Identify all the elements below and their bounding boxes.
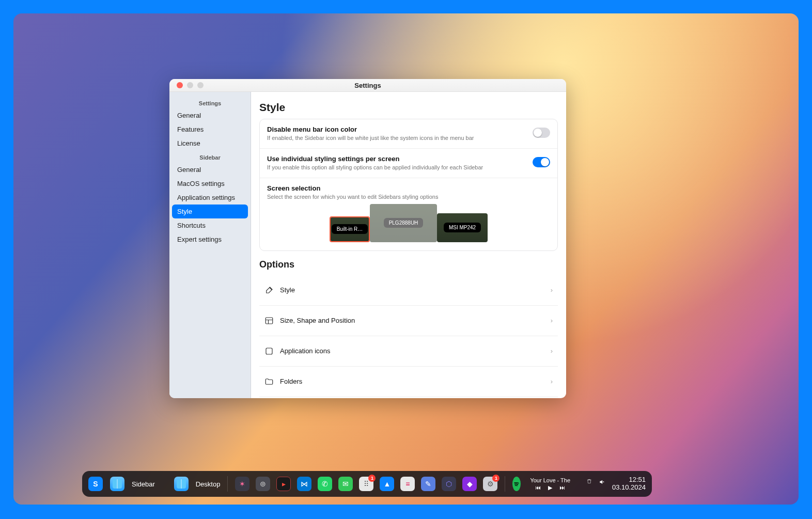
- sidebar-item-shortcuts[interactable]: Shortcuts: [172, 218, 248, 232]
- media-widget: Your Love - The ⏮ ▶ ⏭: [530, 477, 570, 491]
- spotify-icon[interactable]: [512, 477, 521, 491]
- finder-dock-icon[interactable]: [174, 477, 189, 491]
- screen-option-msi-mp242[interactable]: MSI MP242: [437, 213, 488, 242]
- dock-app-1[interactable]: ⊚: [256, 477, 270, 491]
- svg-rect-1: [266, 348, 272, 354]
- option-label: Size, Shape and Position: [280, 317, 355, 324]
- clock-widget[interactable]: 12:51 03.10.2024: [612, 476, 646, 492]
- option-label: Style: [280, 286, 295, 294]
- row-title: Screen selection: [267, 184, 550, 192]
- option-application-icons[interactable]: Application icons ›: [259, 336, 558, 366]
- option-additional-elements[interactable]: Additional elements ›: [259, 397, 558, 398]
- sidebar-section-header-settings: Settings: [172, 96, 248, 108]
- sidebar-item-application-settings[interactable]: Application settings: [172, 191, 248, 205]
- screen-selection-group: Built-in R… PLG2888UH MSI MP242: [267, 201, 550, 250]
- sidebar-item-general-sidebar[interactable]: General: [172, 163, 248, 177]
- folder-icon: [264, 377, 274, 386]
- clock-date: 03.10.2024: [612, 484, 646, 492]
- square-icon: [264, 347, 274, 356]
- row-disable-menu-bar-icon-color: Disable menu bar icon color If enabled, …: [260, 119, 557, 148]
- row-desc: Select the screen for which you want to …: [267, 193, 550, 201]
- chevron-right-icon: ›: [551, 317, 553, 324]
- screen-option-builtin[interactable]: Built-in R…: [330, 216, 370, 242]
- media-play-button[interactable]: ▶: [548, 484, 552, 491]
- dock-app-6[interactable]: ⠿1: [359, 477, 373, 491]
- active-window-label[interactable]: Sidebar: [132, 480, 155, 488]
- sidebar-item-expert-settings[interactable]: Expert settings: [172, 232, 248, 246]
- page-heading-options: Options: [259, 259, 558, 270]
- options-list: Style › Size, Shape and Position › Appli…: [259, 275, 558, 398]
- dock-app-10[interactable]: ⬡: [442, 477, 456, 491]
- layout-icon: [264, 316, 274, 325]
- dock-app-4[interactable]: ✆: [318, 477, 332, 491]
- desktop-wallpaper: Settings Settings General Features Licen…: [13, 13, 799, 505]
- dock-separator: [227, 476, 228, 492]
- finder-icon[interactable]: [110, 477, 124, 491]
- toggle-disable-menu-bar-icon-color[interactable]: [533, 128, 550, 138]
- row-desc: If enabled, the Sidebar icon will be whi…: [267, 134, 526, 142]
- screen-label: PLG2888UH: [384, 218, 424, 228]
- dock-app-8[interactable]: ≡: [400, 477, 415, 491]
- option-style[interactable]: Style ›: [259, 275, 558, 305]
- content-area: Style Disable menu bar icon color If ena…: [251, 92, 566, 398]
- row-screen-selection: Screen selection Select the screen for w…: [260, 178, 557, 250]
- toggle-individual-styling-per-screen[interactable]: [533, 157, 550, 167]
- chevron-right-icon: ›: [551, 378, 553, 385]
- sidebar-item-license[interactable]: License: [172, 136, 248, 150]
- row-title: Use individual styling settings per scre…: [267, 155, 526, 163]
- dock-separator: [505, 476, 505, 492]
- clock-time: 12:51: [629, 476, 646, 484]
- sidebar-item-features[interactable]: Features: [172, 122, 248, 136]
- settings-window: Settings Settings General Features Licen…: [169, 79, 566, 398]
- screen-option-plg2888uh[interactable]: PLG2888UH: [370, 204, 437, 242]
- sidebar-item-general-settings[interactable]: General: [172, 108, 248, 122]
- dock-app-9[interactable]: ✎: [421, 477, 435, 491]
- media-track-title: Your Love - The: [530, 477, 570, 483]
- notification-badge: 1: [368, 475, 376, 482]
- dock-app-5[interactable]: ✉: [338, 477, 353, 491]
- media-previous-button[interactable]: ⏮: [535, 484, 541, 491]
- brush-icon: [264, 286, 274, 295]
- option-folders[interactable]: Folders ›: [259, 366, 558, 397]
- row-title: Disable menu bar icon color: [267, 125, 526, 133]
- window-titlebar: Settings: [169, 79, 566, 92]
- media-next-button[interactable]: ⏭: [559, 484, 565, 491]
- dock-app-2[interactable]: ▸: [276, 477, 291, 491]
- svg-rect-0: [266, 318, 273, 324]
- chevron-right-icon: ›: [551, 347, 553, 355]
- dock-app-3[interactable]: ⋈: [297, 477, 311, 491]
- row-individual-styling-per-screen: Use individual styling settings per scre…: [260, 148, 557, 178]
- active-window-label-2[interactable]: Desktop: [196, 480, 221, 488]
- sidebar: Settings General Features License Sideba…: [169, 92, 251, 398]
- sidebar-section-header-sidebar: Sidebar: [172, 150, 248, 163]
- dock-app-12[interactable]: ⚙1: [483, 477, 497, 491]
- page-heading-style: Style: [259, 101, 558, 114]
- dock-app-7[interactable]: ▲: [380, 477, 394, 491]
- sidebar-dock: S Sidebar Desktop ✶⊚▸⋈✆✉⠿1▲≡✎⬡◆⚙1 Your L…: [82, 471, 652, 497]
- screen-label: Built-in R…: [332, 224, 368, 234]
- option-label: Folders: [280, 378, 302, 385]
- dock-app-0[interactable]: ✶: [235, 477, 249, 491]
- sidebar-item-macos-settings[interactable]: MacOS settings: [172, 177, 248, 191]
- option-label: Application icons: [280, 347, 331, 355]
- chevron-right-icon: ›: [551, 286, 553, 294]
- style-settings-card: Disable menu bar icon color If enabled, …: [259, 119, 558, 251]
- window-title: Settings: [169, 82, 566, 89]
- row-desc: If you enable this option all styling op…: [267, 164, 526, 171]
- option-size-shape-position[interactable]: Size, Shape and Position ›: [259, 305, 558, 336]
- sidebar-item-style[interactable]: Style: [172, 205, 248, 218]
- trash-icon[interactable]: [586, 477, 592, 491]
- volume-mute-icon[interactable]: [599, 478, 605, 490]
- screen-label: MSI MP242: [444, 223, 481, 232]
- dock-app-11[interactable]: ◆: [462, 477, 477, 491]
- dock-apps: ✶⊚▸⋈✆✉⠿1▲≡✎⬡◆⚙1: [235, 477, 497, 491]
- sidebar-app-icon[interactable]: S: [88, 477, 103, 491]
- notification-badge: 1: [492, 475, 499, 482]
